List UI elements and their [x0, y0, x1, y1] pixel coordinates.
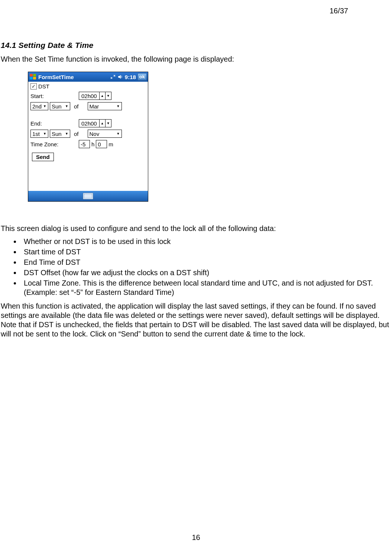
bottom-bar [28, 191, 148, 201]
end-label: End: [30, 120, 79, 127]
chevron-down-icon: ▼ [117, 104, 120, 108]
window-titlebar: FormSetTime 9:18 ok [28, 72, 148, 82]
device-frame: FormSetTime 9:18 ok DST [28, 72, 148, 202]
keyboard-icon[interactable] [83, 193, 93, 199]
chevron-down-icon: ▼ [65, 104, 68, 108]
dst-checkbox[interactable] [30, 83, 37, 90]
section-heading: 14.1 Setting Date & Time [1, 41, 392, 50]
end-of-text: of [74, 131, 79, 137]
end-month-value: Nov [90, 131, 100, 137]
spin-down-icon[interactable]: ▼ [106, 92, 111, 100]
send-button[interactable]: Send [32, 153, 54, 161]
start-day-value: Sun [52, 103, 62, 110]
end-day-value: Sun [52, 131, 62, 137]
ok-button[interactable]: ok [137, 73, 147, 81]
list-item: Start time of DST [21, 247, 392, 257]
list-item: Local Time Zone. This is the difference … [21, 279, 392, 297]
speaker-icon[interactable] [117, 74, 123, 79]
end-time-value[interactable]: 02h00 [79, 119, 100, 127]
end-ordinal-value: 1st [32, 131, 40, 137]
end-day-dropdown[interactable]: Sun▼ [50, 130, 70, 138]
end-time-spinner[interactable]: 02h00 ▲ ▼ [79, 119, 111, 127]
tz-minutes-input[interactable]: 0 [96, 140, 107, 148]
start-day-dropdown[interactable]: Sun▼ [50, 102, 70, 110]
list-item: DST Offset (how far we adjust the clocks… [21, 268, 392, 277]
start-time-spinner[interactable]: 02h00 ▲ ▼ [79, 92, 111, 100]
page-number-bottom: 16 [0, 533, 392, 542]
start-ordinal-value: 2nd [32, 103, 42, 110]
form-body: DST Start: 02h00 ▲ ▼ 2nd▼ Sun▼ [28, 82, 148, 191]
chevron-down-icon: ▼ [65, 132, 68, 136]
config-intro-text: This screen dialog is used to configure … [1, 224, 392, 233]
end-month-dropdown[interactable]: Nov▼ [88, 130, 122, 138]
intro-text: When the Set Time function is invoked, t… [1, 55, 392, 64]
chevron-down-icon: ▼ [117, 132, 120, 136]
window-title: FormSetTime [38, 74, 108, 80]
start-icon[interactable] [29, 74, 37, 80]
chevron-down-icon: ▼ [43, 132, 46, 136]
page-number-top: 16/37 [330, 7, 348, 15]
spin-up-icon[interactable]: ▲ [100, 119, 106, 127]
start-label: Start: [30, 93, 79, 99]
list-item: End Time of DST [21, 258, 392, 267]
tz-hours-input[interactable]: -5 [79, 140, 90, 148]
closing-paragraph: When this function is activated, the app… [1, 302, 392, 339]
tz-minutes-unit: m [108, 141, 113, 147]
embedded-screenshot: FormSetTime 9:18 ok DST [28, 72, 392, 202]
clock-time: 9:18 [125, 74, 136, 80]
tz-hours-unit: h [91, 141, 94, 147]
end-ordinal-dropdown[interactable]: 1st▼ [30, 130, 48, 138]
timezone-label: Time Zone: [30, 141, 79, 147]
start-ordinal-dropdown[interactable]: 2nd▼ [30, 102, 48, 110]
start-month-value: Mar [90, 103, 99, 110]
start-month-dropdown[interactable]: Mar▼ [88, 102, 122, 110]
connectivity-icon[interactable] [110, 74, 116, 79]
list-item: Whether or not DST is to be used in this… [21, 237, 392, 246]
start-of-text: of [74, 103, 79, 110]
dst-label: DST [38, 83, 49, 90]
config-bullet-list: Whether or not DST is to be used in this… [21, 237, 392, 297]
spin-down-icon[interactable]: ▼ [106, 119, 111, 127]
chevron-down-icon: ▼ [43, 104, 46, 108]
spin-up-icon[interactable]: ▲ [100, 92, 106, 100]
start-time-value[interactable]: 02h00 [79, 92, 100, 100]
